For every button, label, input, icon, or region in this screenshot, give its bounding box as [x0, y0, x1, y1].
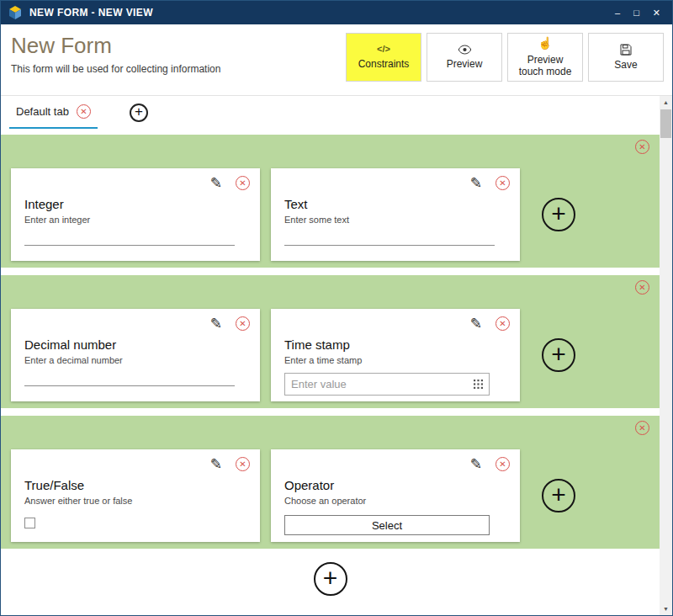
field-description: Enter a time stamp: [284, 355, 506, 365]
field-description: Choose an operator: [284, 496, 506, 506]
toolbar: </> Constraints Preview ☝ Preview touch …: [346, 33, 664, 88]
integer-input[interactable]: [24, 233, 235, 246]
close-tab-icon[interactable]: ✕: [77, 104, 91, 119]
form-body: ✕ ✎ ✕ Integer Enter an integer ✎ ✕: [1, 129, 672, 596]
add-tab-button[interactable]: +: [130, 104, 148, 122]
remove-row-icon[interactable]: ✕: [635, 140, 649, 154]
touch-icon: ☝: [538, 36, 552, 50]
datetime-picker-icon[interactable]: [474, 380, 483, 389]
form-row-1: ✕ ✎ ✕ Integer Enter an integer ✎ ✕: [1, 135, 660, 268]
add-row-button[interactable]: +: [314, 562, 347, 596]
app-window: NEW FORM - NEW VIEW – □ ✕ New Form This …: [0, 0, 673, 616]
preview-button[interactable]: Preview: [427, 33, 502, 82]
field-card-integer: ✎ ✕ Integer Enter an integer: [11, 168, 260, 261]
field-card-truefalse: ✎ ✕ True/False Answer either true or fal…: [11, 449, 260, 542]
form-header: New Form This form will be used for coll…: [1, 24, 672, 96]
form-row-3-body: ✎ ✕ True/False Answer either true or fal…: [11, 449, 649, 542]
page-title: New Form: [11, 33, 220, 59]
field-card-operator: ✎ ✕ Operator Choose an operator Select: [271, 449, 520, 542]
remove-field-icon[interactable]: ✕: [495, 316, 510, 331]
add-field-button[interactable]: +: [542, 479, 575, 512]
operator-select-button[interactable]: Select: [284, 515, 490, 535]
field-card-text: ✎ ✕ Text Enter some text: [271, 168, 520, 261]
field-title: Operator: [284, 478, 506, 492]
tab-default-label: Default tab: [16, 105, 69, 118]
constraints-label: Constraints: [358, 58, 410, 70]
field-title: Text: [284, 197, 506, 211]
vertical-scrollbar: ▲ ▼: [660, 96, 672, 615]
minimize-button[interactable]: –: [615, 8, 620, 18]
card-actions: ✎ ✕: [470, 176, 510, 190]
form-row-2: ✕ ✎ ✕ Decimal number Enter a decimal num…: [1, 275, 660, 408]
save-icon: [620, 44, 632, 56]
edit-field-icon[interactable]: ✎: [470, 176, 482, 190]
field-description: Answer either true or false: [24, 496, 246, 506]
window-controls: – □ ✕: [615, 8, 660, 18]
field-title: Decimal number: [24, 337, 246, 352]
field-description: Enter an integer: [24, 215, 246, 225]
remove-row-icon[interactable]: ✕: [635, 280, 649, 295]
window-title: NEW FORM - NEW VIEW: [29, 7, 608, 19]
form-header-text: New Form This form will be used for coll…: [11, 33, 220, 88]
field-card-timestamp: ✎ ✕ Time stamp Enter a time stamp: [271, 309, 520, 401]
edit-field-icon[interactable]: ✎: [210, 316, 222, 331]
save-label: Save: [614, 59, 637, 71]
constraints-button[interactable]: </> Constraints: [346, 33, 421, 82]
card-actions: ✎ ✕: [470, 316, 510, 331]
remove-row-icon[interactable]: ✕: [635, 421, 649, 435]
field-title: True/False: [24, 478, 246, 492]
field-title: Integer: [24, 197, 246, 211]
save-button[interactable]: Save: [588, 33, 664, 82]
card-actions: ✎ ✕: [210, 316, 250, 331]
scroll-up-icon[interactable]: ▲: [660, 96, 672, 109]
card-actions: ✎ ✕: [210, 176, 250, 190]
form-row-1-body: ✎ ✕ Integer Enter an integer ✎ ✕ Text En…: [11, 168, 649, 261]
field-title: Time stamp: [284, 337, 506, 352]
add-row-area: +: [1, 562, 660, 596]
app-logo-icon: [8, 5, 23, 20]
remove-field-icon[interactable]: ✕: [236, 176, 250, 190]
remove-field-icon[interactable]: ✕: [495, 176, 510, 190]
remove-field-icon[interactable]: ✕: [236, 316, 250, 331]
add-field-button[interactable]: +: [542, 338, 575, 372]
text-input[interactable]: [284, 233, 495, 246]
preview-touch-mode-button[interactable]: ☝ Preview touch mode: [507, 33, 583, 82]
preview-touch-mode-label: Preview touch mode: [516, 54, 575, 78]
page-subtitle: This form will be used for collecting in…: [11, 63, 220, 75]
field-description: Enter some text: [284, 215, 506, 225]
preview-label: Preview: [447, 58, 483, 70]
edit-field-icon[interactable]: ✎: [210, 457, 222, 471]
remove-field-icon[interactable]: ✕: [236, 457, 250, 471]
remove-field-icon[interactable]: ✕: [495, 457, 510, 471]
add-field-button[interactable]: +: [542, 198, 575, 231]
timestamp-input-wrapper: [284, 373, 490, 396]
plus-icon: +: [130, 104, 148, 122]
form-row-2-body: ✎ ✕ Decimal number Enter a decimal numbe…: [11, 309, 649, 401]
truefalse-checkbox[interactable]: [24, 518, 35, 528]
close-button[interactable]: ✕: [653, 8, 660, 18]
card-actions: ✎ ✕: [210, 457, 250, 471]
timestamp-input[interactable]: [291, 378, 474, 390]
tab-default[interactable]: Default tab ✕: [9, 96, 98, 129]
scroll-down-icon[interactable]: ▼: [660, 603, 672, 615]
eye-icon: [458, 45, 472, 55]
edit-field-icon[interactable]: ✎: [470, 457, 482, 471]
titlebar: NEW FORM - NEW VIEW – □ ✕: [1, 1, 672, 24]
edit-field-icon[interactable]: ✎: [470, 316, 482, 331]
form-row-3: ✕ ✎ ✕ True/False Answer either true or f…: [1, 416, 660, 549]
code-icon: </>: [377, 44, 390, 55]
card-actions: ✎ ✕: [470, 457, 510, 471]
scrollbar-thumb[interactable]: [660, 109, 671, 138]
field-card-decimal: ✎ ✕ Decimal number Enter a decimal numbe…: [11, 309, 260, 401]
edit-field-icon[interactable]: ✎: [210, 176, 222, 190]
field-description: Enter a decimal number: [24, 355, 246, 365]
tab-bar: Default tab ✕ +: [1, 96, 672, 129]
maximize-button[interactable]: □: [633, 8, 639, 18]
decimal-input[interactable]: [24, 374, 235, 386]
